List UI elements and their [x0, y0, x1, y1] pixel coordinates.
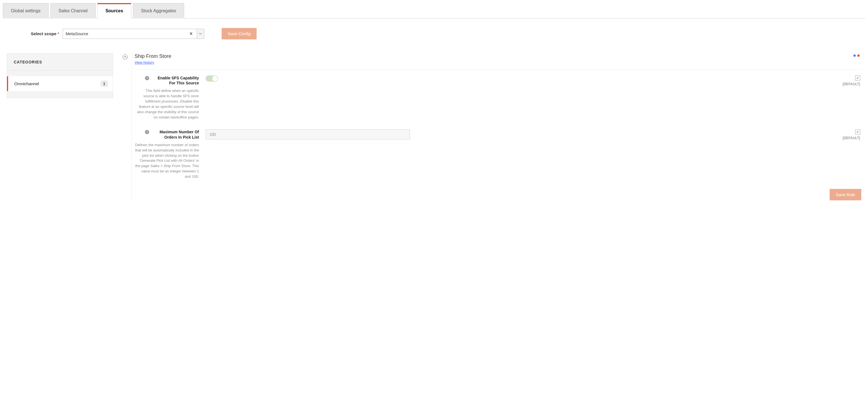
- max-orders-input[interactable]: [206, 129, 410, 139]
- enable-sfs-toggle[interactable]: [206, 75, 218, 81]
- columns: CATEGORIES Omnichannel 1 Ship From Store…: [3, 54, 865, 200]
- field-max-orders: ? Maximum Number Of Orders In Pick List …: [134, 129, 861, 179]
- section-collapse-button[interactable]: [123, 55, 128, 60]
- tab-sources[interactable]: Sources: [97, 3, 131, 19]
- field-control: [206, 75, 410, 81]
- panel-title-row: Ship From Store View history: [134, 54, 861, 65]
- scope-select-wrap: MetaSource ✕: [63, 29, 204, 39]
- scope-bar: Select scope* MetaSource ✕ Save Config: [3, 28, 865, 39]
- scope-label-text: Select scope: [31, 31, 57, 36]
- scope-clear-icon[interactable]: ✕: [188, 31, 194, 36]
- tabs-row: Global settings Sales Channel Sources St…: [3, 3, 865, 19]
- save-config-button[interactable]: Save Config: [222, 28, 257, 39]
- scope-dropdown-button[interactable]: [197, 29, 204, 39]
- status-dots: [854, 54, 861, 57]
- collapse-column: [123, 54, 129, 200]
- field-hint: Defines the maximum number of orders tha…: [134, 142, 199, 179]
- scope-select-value: MetaSource: [66, 31, 88, 36]
- required-asterisk: *: [58, 31, 59, 36]
- help-icon[interactable]: ?: [145, 130, 149, 134]
- view-history-link[interactable]: View history: [134, 60, 154, 65]
- field-enable-sfs: ? Enable SFS Capability For This Source …: [134, 75, 861, 120]
- categories-gap: [7, 71, 113, 76]
- section-title: Ship From Store: [134, 54, 171, 59]
- tab-sales-channel[interactable]: Sales Channel: [50, 3, 96, 19]
- field-label: Maximum Number Of Orders In Pick List: [151, 129, 199, 139]
- panel-divider: [134, 70, 861, 70]
- categories-heading: CATEGORIES: [7, 54, 113, 71]
- sidebar-item-count: 1: [101, 81, 108, 87]
- scope-label: Select scope*: [31, 31, 59, 36]
- categories-bottom-gap: [7, 91, 113, 98]
- save-rule-button[interactable]: Save Rule: [830, 189, 861, 200]
- help-icon[interactable]: ?: [145, 76, 149, 80]
- default-column: ✓ [DEFAULT]: [843, 129, 862, 140]
- default-checkbox[interactable]: ✓: [855, 75, 860, 80]
- default-checkbox[interactable]: ✓: [855, 129, 860, 134]
- scope-select[interactable]: MetaSource ✕: [63, 29, 197, 39]
- field-control: [206, 129, 410, 139]
- default-label: [DEFAULT]: [843, 82, 861, 86]
- status-dot-orange: [857, 55, 860, 57]
- save-rule-row: Save Rule: [134, 189, 861, 200]
- main-panel: Ship From Store View history ? Enable SF…: [123, 54, 861, 200]
- chevron-down-icon: [199, 33, 202, 35]
- tab-stock-aggregates[interactable]: Stock Aggregates: [133, 3, 184, 19]
- field-label-column: ? Enable SFS Capability For This Source …: [134, 75, 199, 120]
- chevron-up-icon: [124, 56, 126, 58]
- panel-content: Ship From Store View history ? Enable SF…: [131, 54, 861, 200]
- default-label: [DEFAULT]: [843, 136, 861, 140]
- toggle-knob: [212, 76, 218, 81]
- field-label-column: ? Maximum Number Of Orders In Pick List …: [134, 129, 199, 179]
- field-label: Enable SFS Capability For This Source: [151, 75, 199, 85]
- categories-sidebar: CATEGORIES Omnichannel 1: [7, 54, 113, 98]
- status-dot-blue: [854, 55, 856, 57]
- default-column: ✓ [DEFAULT]: [843, 75, 862, 86]
- sidebar-item-omnichannel[interactable]: Omnichannel 1: [7, 76, 113, 91]
- tab-global-settings[interactable]: Global settings: [3, 3, 49, 19]
- field-hint: This field define when an specific sourc…: [134, 88, 199, 120]
- sidebar-item-label: Omnichannel: [14, 81, 39, 86]
